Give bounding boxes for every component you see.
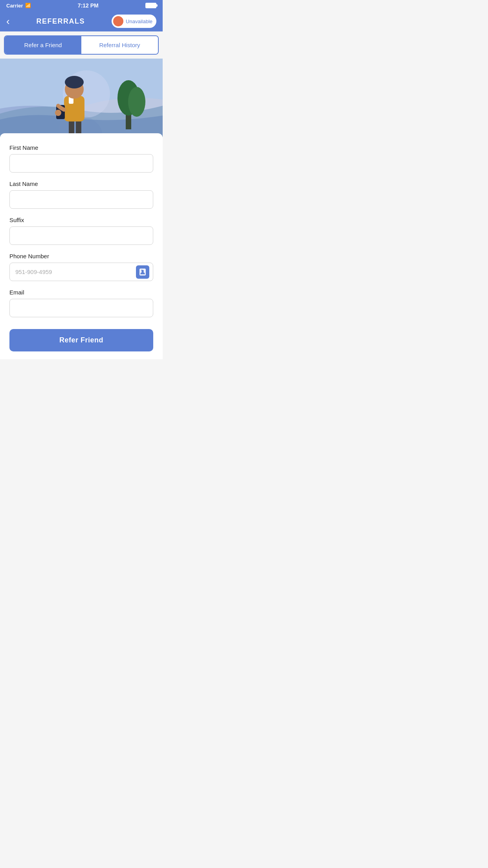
carrier-label: Carrier [6, 3, 23, 9]
phone-wrapper [9, 263, 153, 281]
last-name-group: Last Name [9, 180, 153, 209]
contact-picker-button[interactable] [136, 265, 149, 279]
svg-point-6 [128, 87, 145, 117]
phone-number-group: Phone Number [9, 253, 153, 281]
email-input[interactable] [9, 299, 153, 317]
phone-number-input[interactable] [9, 263, 153, 281]
tab-referral-history-label: Referral History [99, 42, 140, 48]
wifi-icon: 📶 [25, 3, 31, 8]
svg-rect-9 [64, 96, 84, 121]
status-bar: Carrier 📶 7:12 PM [0, 0, 163, 11]
tab-refer-friend[interactable]: Refer a Friend [5, 36, 81, 54]
last-name-input[interactable] [9, 190, 153, 209]
svg-point-12 [65, 76, 84, 88]
phone-number-label: Phone Number [9, 253, 153, 259]
tab-referral-history[interactable]: Referral History [81, 36, 158, 54]
status-bar-time: 7:12 PM [78, 2, 99, 9]
refer-friend-button[interactable]: Refer Friend [9, 329, 153, 351]
email-label: Email [9, 289, 153, 296]
status-bar-right [145, 3, 156, 8]
suffix-group: Suffix [9, 217, 153, 245]
tab-refer-friend-label: Refer a Friend [24, 42, 62, 48]
status-bar-left: Carrier 📶 [6, 3, 31, 9]
svg-rect-7 [69, 120, 74, 135]
battery-icon [145, 3, 156, 8]
form-section: First Name Last Name Suffix Phone Number [0, 133, 163, 359]
suffix-label: Suffix [9, 217, 153, 223]
status-button[interactable]: Unavailable [112, 15, 156, 28]
hero-illustration [0, 59, 163, 137]
first-name-input[interactable] [9, 154, 153, 173]
email-group: Email [9, 289, 153, 317]
page-title: REFERRALS [37, 17, 85, 26]
tab-bar: Refer a Friend Referral History [4, 35, 159, 55]
svg-rect-8 [76, 120, 81, 135]
suffix-input[interactable] [9, 226, 153, 245]
svg-point-14 [55, 110, 61, 116]
nav-bar: ‹ REFERRALS Unavailable [0, 11, 163, 31]
first-name-label: First Name [9, 144, 153, 151]
last-name-label: Last Name [9, 180, 153, 187]
refer-friend-button-label: Refer Friend [59, 336, 103, 344]
contact-icon [139, 268, 147, 276]
status-circle-icon [113, 16, 123, 26]
first-name-group: First Name [9, 144, 153, 173]
hero-svg [0, 59, 163, 137]
back-button[interactable]: ‹ [6, 16, 10, 26]
status-button-label: Unavailable [126, 18, 152, 24]
